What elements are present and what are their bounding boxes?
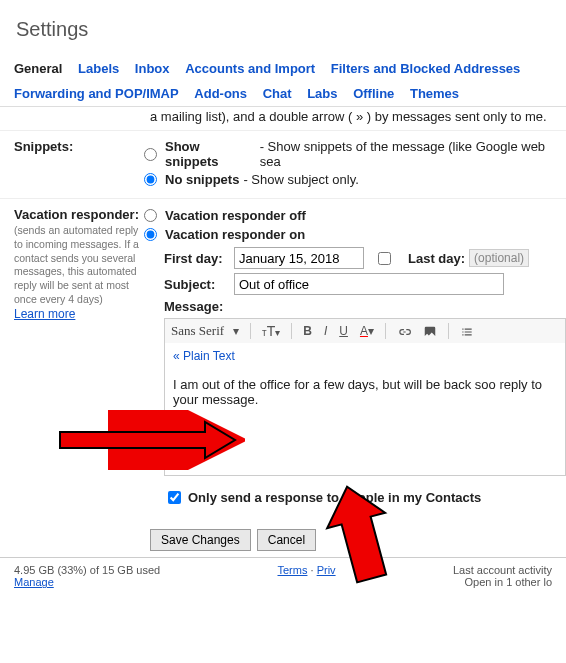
list-icon[interactable]	[457, 324, 477, 339]
vacation-off-radio[interactable]	[144, 209, 157, 222]
subject-label: Subject:	[164, 277, 234, 292]
storage-text: 4.95 GB (33%) of 15 GB used	[14, 564, 160, 576]
page-title: Settings	[16, 18, 566, 41]
font-size-icon[interactable]: тT▾	[259, 323, 283, 339]
first-day-label: First day:	[164, 251, 234, 266]
settings-tabs: General Labels Inbox Accounts and Import…	[0, 57, 566, 107]
message-label: Message:	[164, 299, 234, 314]
terms-link[interactable]: Terms	[278, 564, 308, 576]
plain-text-link[interactable]: « Plain Text	[173, 349, 235, 363]
chevron-down-icon[interactable]: ▾	[230, 324, 242, 338]
activity-text-2: Open in 1 other lo	[465, 576, 552, 588]
contacts-only-label: Only send a response to people in my Con…	[188, 490, 481, 505]
editor-toolbar: Sans Serif ▾ тT▾ B I U A▾	[164, 318, 566, 343]
snippets-section: Snippets: Show snippets - Show snippets …	[0, 130, 566, 199]
tab-forwarding[interactable]: Forwarding and POP/IMAP	[14, 86, 179, 101]
vacation-on-label: Vacation responder on	[165, 227, 305, 242]
vacation-on-radio[interactable]	[144, 228, 157, 241]
show-snippets-desc: - Show snippets of the message (like Goo…	[260, 139, 566, 169]
first-day-input[interactable]	[234, 247, 364, 269]
manage-link[interactable]: Manage	[14, 576, 54, 588]
tab-offline[interactable]: Offline	[353, 86, 394, 101]
vacation-label: Vacation responder:	[14, 207, 144, 222]
tab-addons[interactable]: Add-ons	[194, 86, 247, 101]
snippets-label: Snippets:	[14, 139, 144, 190]
font-family-selector[interactable]: Sans Serif	[171, 323, 224, 339]
image-icon[interactable]	[420, 324, 440, 339]
learn-more-link[interactable]: Learn more	[14, 307, 75, 321]
privacy-link[interactable]: Priv	[317, 564, 336, 576]
bold-icon[interactable]: B	[300, 324, 315, 338]
footer: 4.95 GB (33%) of 15 GB used Manage Terms…	[0, 557, 566, 608]
no-snippets-desc: - Show subject only.	[243, 172, 358, 187]
tab-chat[interactable]: Chat	[263, 86, 292, 101]
last-day-checkbox[interactable]	[378, 252, 391, 265]
tab-accounts[interactable]: Accounts and Import	[185, 61, 315, 76]
tab-inbox[interactable]: Inbox	[135, 61, 170, 76]
no-snippets-label: No snippets	[165, 172, 239, 187]
tab-labs[interactable]: Labs	[307, 86, 337, 101]
tab-filters[interactable]: Filters and Blocked Addresses	[331, 61, 521, 76]
tab-general[interactable]: General	[14, 61, 62, 76]
previous-setting-fragment: a mailing list), and a double arrow ( » …	[0, 107, 566, 130]
message-body[interactable]: I am out of the office for a few days, b…	[164, 369, 566, 476]
vacation-off-label: Vacation responder off	[165, 208, 306, 223]
show-snippets-label: Show snippets	[165, 139, 256, 169]
italic-icon[interactable]: I	[321, 324, 330, 338]
last-day-placeholder: (optional)	[469, 249, 529, 267]
tab-themes[interactable]: Themes	[410, 86, 459, 101]
subject-input[interactable]	[234, 273, 504, 295]
text-color-icon[interactable]: A▾	[357, 324, 377, 338]
no-snippets-radio[interactable]	[144, 173, 157, 186]
activity-text-1: Last account activity	[453, 564, 552, 576]
tab-labels[interactable]: Labels	[78, 61, 119, 76]
link-icon[interactable]	[394, 324, 414, 339]
vacation-sublabel: (sends an automated reply to incoming me…	[14, 224, 144, 306]
last-day-label: Last day:	[408, 251, 465, 266]
underline-icon[interactable]: U	[336, 324, 351, 338]
vacation-section: Vacation responder: (sends an automated …	[0, 199, 566, 523]
show-snippets-radio[interactable]	[144, 148, 157, 161]
cancel-button[interactable]: Cancel	[257, 529, 316, 551]
contacts-only-checkbox[interactable]	[168, 491, 181, 504]
save-button[interactable]: Save Changes	[150, 529, 251, 551]
